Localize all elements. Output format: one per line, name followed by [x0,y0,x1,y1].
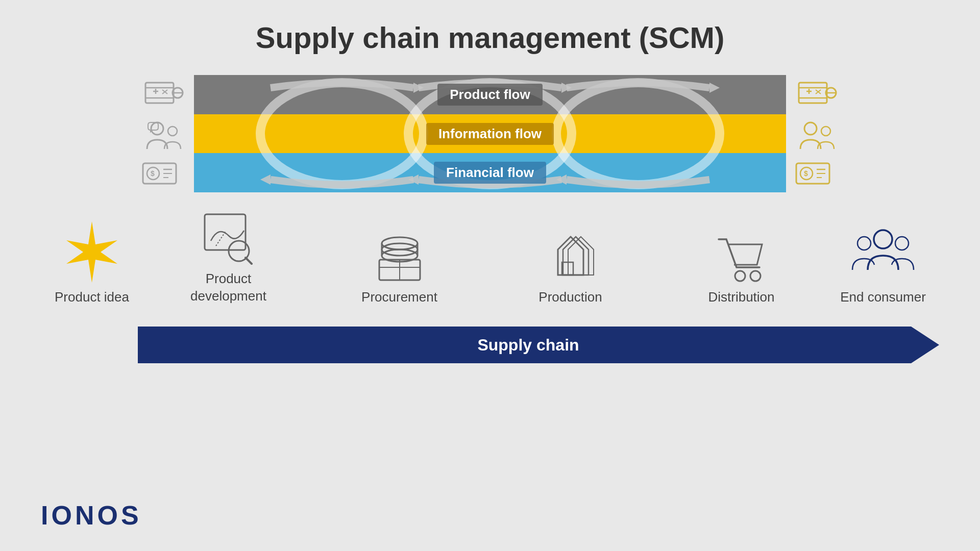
end-consumer-label: End consumer [840,289,926,305]
money-icon-left: $ [140,158,186,189]
financial-flow-label: Financial flow [434,162,546,184]
information-flow-bar: Information flow [194,114,786,154]
svg-point-19 [821,127,830,136]
svg-point-49 [735,271,745,281]
left-icons: $ [133,75,194,192]
product-development-label: Productdevelopment [190,270,266,305]
svg-point-5 [151,122,163,135]
product-development-stage: Productdevelopment [143,210,314,305]
factory-icon [543,229,599,285]
procurement-stage: Procurement [314,229,485,305]
end-consumer-stage: End consumer [827,224,939,305]
svg-point-51 [874,230,892,248]
design-icon [201,210,257,266]
product-flow-label: Product flow [437,84,542,106]
distribution-stage: Distribution [656,229,827,305]
supply-chain-bar-inner: Supply chain [138,327,939,363]
svg-point-6 [168,127,177,136]
svg-marker-35 [66,221,117,283]
flow-bars: Product flow Information flow Financial … [194,75,786,192]
svg-text:$: $ [804,169,808,178]
right-icons: $ [786,75,847,192]
production-label: Production [538,289,602,305]
people-icon-right [796,118,837,152]
money-icon-right: $ [794,158,840,189]
people-group-icon [850,224,916,285]
page-title: Supply chain management (SCM) [0,0,980,55]
product-flow-bar: Product flow [194,75,786,114]
people-icon-left [143,118,184,152]
svg-text:$: $ [151,169,155,178]
production-stage: Production [485,229,656,305]
procurement-label: Procurement [361,289,437,305]
supply-chain-bar: Supply chain [138,327,939,363]
cart-icon [714,229,770,285]
svg-rect-13 [799,83,827,103]
product-idea-label: Product idea [55,289,129,305]
distribution-label: Distribution [708,289,774,305]
financial-flow-bar: Financial flow [194,153,786,192]
flow-diagram: $ $ [133,75,847,192]
svg-line-38 [246,258,252,264]
product-idea-stage: Product idea [41,219,143,305]
star-icon [59,219,125,285]
settings-icon-right [796,79,837,112]
svg-point-53 [895,237,909,250]
svg-point-18 [804,122,817,135]
settings-icon-left [143,79,184,112]
supply-chain-section: Product idea Productdevelopment [41,210,939,363]
svg-point-50 [750,271,761,281]
box-icon [372,229,428,285]
supply-chain-label: Supply chain [477,336,579,355]
svg-rect-0 [145,83,174,103]
svg-point-52 [857,237,871,250]
information-flow-label: Information flow [426,123,554,145]
ionos-logo: IONOS [41,500,142,531]
